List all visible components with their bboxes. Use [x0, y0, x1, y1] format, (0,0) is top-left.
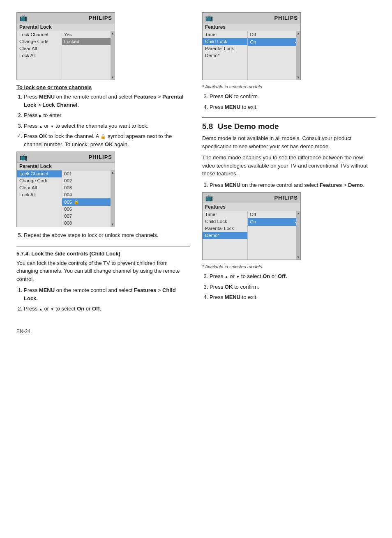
step4-ok-2: OK — [105, 141, 113, 147]
menu-empty-rows-3 — [203, 59, 247, 80]
menu-box-parental-lock-2: 📺 PHILIPS Parental Lock Lock Channel Cha… — [16, 152, 115, 227]
demo-step1-features: Features — [320, 182, 342, 188]
menu-body-4: Timer Child Lock Parental Lock Demo* Off… — [203, 211, 300, 260]
value-008: 008 — [62, 220, 115, 227]
demo-heading: 5.8 Use Demo mode — [202, 122, 376, 131]
menu-items-2: Lock Channel Change Code Clear All Lock … — [17, 170, 62, 227]
tv-icon-4: 📺 — [205, 194, 213, 202]
philips-logo-2: PHILIPS — [88, 154, 112, 160]
divider-2 — [202, 117, 376, 118]
scroll-up-2: ▲ — [111, 170, 115, 175]
menu-body-3: Timer Child Lock Parental Lock Demo* Off… — [203, 31, 300, 80]
right-column: 📺 PHILIPS Features Timer Child Lock Pare… — [202, 12, 376, 316]
menu-item-timer-2: Timer — [203, 211, 247, 218]
child-lock-para: You can lock the side controls of the TV… — [16, 259, 190, 283]
menu-item2-change-code: Change Code — [17, 177, 62, 184]
arrow-down-1 — [51, 123, 54, 129]
lock-channels-steps: Press MENU on the remote control and sel… — [24, 93, 190, 148]
demo-step-1: Press MENU on the remote control and sel… — [210, 181, 376, 189]
cl-step1-features: Features — [134, 287, 156, 293]
demo-section-num: 5.8 — [202, 122, 213, 131]
section-demo: 5.8 Use Demo mode Demo mode is not avail… — [202, 122, 376, 189]
arrow-right-1 — [39, 112, 42, 118]
menu-values-3: Off On ✓ ▲ ▼ — [248, 31, 300, 80]
final-off: Off. — [278, 273, 287, 279]
value-on-1: On ✓ — [248, 38, 300, 46]
menu-header-3: 📺 PHILIPS — [203, 13, 300, 23]
philips-logo-4: PHILIPS — [274, 195, 298, 201]
scroll-up-1: ▲ — [111, 31, 115, 36]
menu-empty-rows-v3 — [248, 46, 300, 67]
value-on-2: On ✓ — [248, 218, 300, 226]
value-yes: Yes — [62, 31, 115, 38]
child-lock-step-1: Press MENU on the remote control and sel… — [24, 286, 190, 302]
menu-empty-rows-v4 — [248, 226, 300, 246]
page-number: EN-24 — [16, 329, 376, 334]
scroll-down-3: ▼ — [296, 75, 300, 80]
scroll-bar-3: ▲ ▼ — [296, 31, 300, 80]
step-4: Press OK to lock the channel. A 🔒 symbol… — [24, 132, 190, 148]
child-lock-title: 5.7.4. Lock the side controls (Child Loc… — [16, 251, 190, 257]
philips-logo-1: PHILIPS — [88, 15, 112, 21]
menu-values-4: Off On ✓ ▲ ▼ — [248, 211, 300, 260]
menu-item-child-lock-1: Child Lock — [203, 38, 247, 45]
demo-step1-demo: Demo — [348, 182, 363, 188]
menu-box-parental-lock-1: 📺 PHILIPS Parental Lock Lock Channel Cha… — [16, 12, 115, 80]
final-ok: OK — [225, 284, 233, 290]
step-1: Press MENU on the remote control and sel… — [24, 93, 190, 109]
menu-empty-rows-1 — [17, 59, 62, 80]
section-lock-channels: To lock one or more channels Press MENU … — [16, 84, 190, 148]
conf-ok-1: OK — [225, 93, 233, 99]
note-1: * Available in selected models — [202, 84, 376, 89]
value-006: 006 — [62, 206, 115, 213]
menu-item-child-lock-2: Child Lock — [203, 218, 247, 225]
final-menu: MENU — [225, 294, 240, 300]
value-002: 002 — [62, 177, 115, 184]
value-001: 001 — [62, 170, 115, 177]
menu-items-3: Timer Child Lock Parental Lock Demo* — [203, 31, 248, 80]
final-on: On — [263, 273, 270, 279]
conf-menu-1: MENU — [225, 104, 240, 110]
lock-icon-2: 🔒 — [74, 199, 79, 205]
step-2: Press to enter. — [24, 111, 190, 120]
scroll-down-4: ▼ — [296, 255, 300, 260]
step-list-5: Repeat the above steps to lock or unlock… — [24, 231, 190, 239]
confirm-step-4: Press MENU to exit. — [210, 103, 376, 111]
menu-box-features-1: 📺 PHILIPS Features Timer Child Lock Pare… — [202, 12, 301, 80]
section-child-lock: 5.7.4. Lock the side controls (Child Loc… — [16, 251, 190, 313]
menu-item-lock-channel: Lock Channel — [17, 31, 62, 38]
scroll-bar-2: ▲ ▼ — [111, 170, 115, 227]
menu-header-2: 📺 PHILIPS — [17, 152, 115, 163]
menu-values-1: Yes Locked ▲ ▼ — [62, 31, 115, 80]
arrow-up-1 — [39, 123, 43, 129]
menu-values-2: 001 002 003 004 005 🔒 006 007 008 ▲ ▼ — [62, 170, 115, 227]
tv-icon-2: 📺 — [19, 153, 28, 161]
demo-step-1-list: Press MENU on the remote control and sel… — [210, 181, 376, 189]
menu-title-3: Features — [203, 23, 300, 31]
divider-1 — [16, 246, 190, 246]
confirm-step-3: Press OK to confirm. — [210, 92, 376, 101]
value-003: 003 — [62, 184, 115, 191]
menu-items-4: Timer Child Lock Parental Lock Demo* — [203, 211, 248, 260]
menu-empty-rows-v1 — [62, 45, 115, 66]
cl-off: Off — [92, 306, 100, 312]
main-content: 📺 PHILIPS Parental Lock Lock Channel Cha… — [16, 12, 376, 316]
scroll-bar-1: ▲ ▼ — [111, 31, 115, 80]
menu-title-4: Features — [203, 203, 300, 211]
demo-heading-text: Use Demo mode — [218, 122, 279, 131]
menu-item-clear-all: Clear All — [17, 45, 62, 52]
step1-features: Features — [134, 94, 156, 100]
menu-item-parental-lock-1: Parental Lock — [203, 45, 247, 52]
scroll-bar-4: ▲ ▼ — [296, 211, 300, 260]
scroll-up-3: ▲ — [296, 31, 300, 36]
menu-items-1: Lock Channel Change Code Clear All Lock … — [17, 31, 62, 80]
cl-on: On — [77, 306, 84, 312]
menu-item-parental-lock-2: Parental Lock — [203, 225, 247, 232]
tv-icon-3: 📺 — [205, 14, 213, 22]
demo-para-1: Demo mode is not available in all models… — [202, 134, 376, 150]
menu-item-demo-2: Demo* — [203, 232, 247, 239]
lock-channels-title: To lock one or more channels — [16, 84, 190, 90]
menu-item-lock-all: Lock All — [17, 52, 62, 59]
final-step-4: Press MENU to exit. — [210, 293, 376, 301]
arrow-up-2 — [39, 306, 43, 312]
